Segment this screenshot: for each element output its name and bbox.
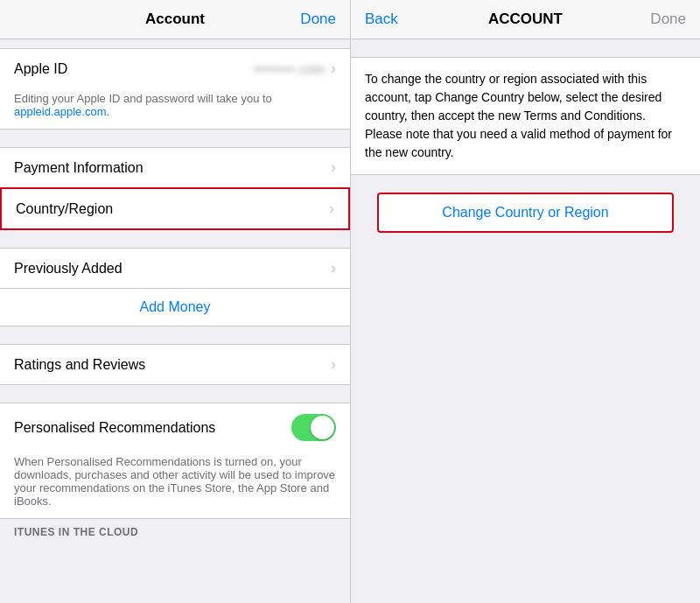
left-panel: Account Done Apple ID ••••••••.com › Edi… (0, 0, 350, 603)
right-nav-title: ACCOUNT (488, 11, 563, 28)
separator-top (0, 39, 350, 48)
ratings-label: Ratings and Reviews (14, 357, 145, 373)
personalised-toggle[interactable] (291, 414, 336, 441)
left-nav-title: Account (145, 11, 205, 28)
previously-added-label: Previously Added (14, 261, 122, 277)
payment-cell[interactable]: Payment Information › (0, 147, 350, 188)
personalised-subtitle-text: When Personalised Recommendations is tur… (14, 455, 335, 508)
add-money-label: Add Money (140, 299, 211, 314)
previously-added-cell[interactable]: Previously Added › (0, 248, 350, 289)
right-nav-bar: Back ACCOUNT Done (351, 0, 700, 39)
personalised-subtitle: When Personalised Recommendations is tur… (0, 452, 350, 519)
payment-chevron: › (331, 158, 336, 177)
right-back-button[interactable]: Back (365, 11, 398, 28)
country-region-cell[interactable]: Country/Region › (0, 187, 350, 230)
payment-label: Payment Information (14, 160, 144, 176)
change-country-button[interactable]: Change Country or Region (377, 193, 674, 233)
info-text: To change the country or region associat… (365, 70, 686, 162)
apple-id-link[interactable]: appleid.apple.com. (14, 105, 109, 118)
apple-id-value: ••••••••.com › (254, 60, 336, 78)
separator-1 (0, 130, 350, 147)
info-box: To change the country or region associat… (351, 57, 700, 175)
apple-id-subtitle-text: Editing your Apple ID and password will … (14, 92, 272, 105)
apple-id-chevron: › (331, 60, 336, 78)
country-region-chevron: › (329, 200, 334, 218)
ratings-chevron: › (331, 355, 336, 374)
add-money-cell[interactable]: Add Money (0, 289, 350, 326)
apple-id-email: ••••••••.com (254, 62, 326, 76)
apple-id-cell[interactable]: Apple ID ••••••••.com › (0, 48, 350, 88)
apple-id-label: Apple ID (14, 61, 67, 77)
previously-added-chevron: › (331, 259, 336, 277)
change-country-label: Change Country or Region (442, 205, 608, 220)
left-done-button[interactable]: Done (300, 11, 336, 28)
country-region-label: Country/Region (16, 201, 113, 217)
right-panel: Back ACCOUNT Done To change the country … (350, 0, 700, 603)
personalised-cell: Personalised Recommendations (0, 403, 350, 452)
itunes-footer: ITUNES IN THE CLOUD (0, 519, 350, 545)
left-nav-bar: Account Done (0, 0, 350, 39)
toggle-knob (311, 416, 334, 439)
right-done-button: Done (650, 11, 686, 28)
ratings-cell[interactable]: Ratings and Reviews › (0, 344, 350, 385)
apple-id-subtitle: Editing your Apple ID and password will … (0, 88, 350, 130)
separator-4 (0, 385, 350, 403)
separator-2 (0, 230, 350, 248)
personalised-label: Personalised Recommendations (14, 420, 215, 436)
separator-3 (0, 326, 350, 344)
